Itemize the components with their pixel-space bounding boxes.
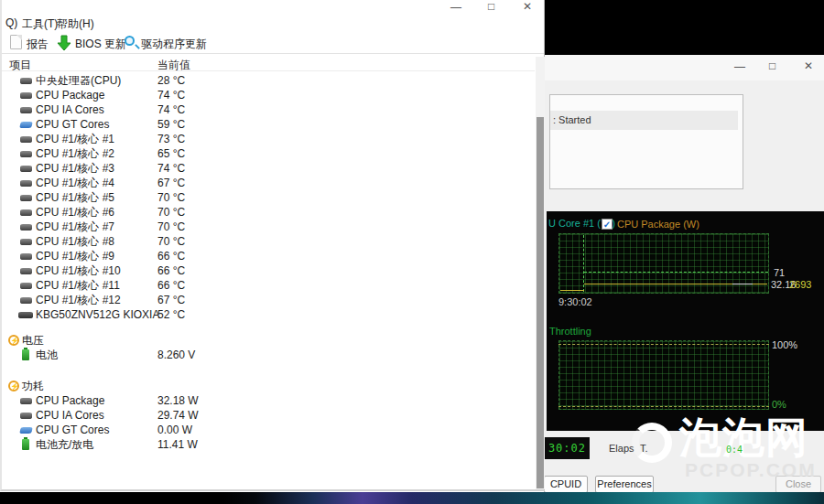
cpu-icon [20, 283, 32, 289]
cpu-icon [20, 268, 32, 274]
row-value: 59 °C [157, 117, 185, 132]
toolbar: 报告 BIOS 更新 驱动程序更新 [2, 33, 544, 54]
report-icon [10, 35, 22, 49]
row-label: CPU #1/核心 #5 [36, 190, 114, 205]
row-label: CPU #1/核心 #6 [36, 205, 114, 220]
preferences-button[interactable]: Preferences [595, 476, 654, 493]
row-label: CPU IA Cores [36, 102, 104, 117]
minimize-icon[interactable]: — [450, 1, 461, 14]
gpu-icon [19, 427, 32, 434]
close-icon[interactable]: ✕ [804, 59, 813, 72]
table-row[interactable]: CPU IA Cores74 °C [2, 102, 535, 117]
graph1-plot-area [558, 233, 769, 294]
cpu-icon [20, 92, 32, 99]
menu-bar: Q) 工具(T) 帮助(H) [2, 15, 544, 32]
section-header[interactable]: ⚡电压 [2, 333, 535, 348]
row-value: 70 °C [157, 190, 185, 205]
table-row[interactable]: 电池充/放电11.41 W [2, 437, 535, 452]
cpu-icon [20, 151, 32, 157]
table-row[interactable]: CPU #1/核心 #374 °C [2, 161, 535, 176]
menu-item-truncated[interactable]: Q) [5, 16, 17, 29]
table-row[interactable]: CPU IA Cores29.74 W [2, 408, 535, 423]
menu-item-tools[interactable]: 工具(T) [22, 16, 58, 32]
table-row[interactable]: CPU #1/核心 #1066 °C [2, 263, 535, 278]
row-value: 67 °C [157, 293, 185, 307]
table-row[interactable]: CPU #1/核心 #467 °C [2, 176, 535, 190]
column-header-value[interactable]: 当前值 [157, 58, 190, 73]
graph1-legend-package-label: CPU Package (W) [617, 219, 699, 230]
row-label: CPU #1/核心 #4 [36, 176, 114, 190]
row-value: 66 °C [157, 249, 185, 263]
table-row[interactable]: CPU GT Cores0.00 W [2, 423, 535, 437]
row-value: 8.260 V [157, 348, 195, 362]
benchmark-titlebar[interactable] [545, 55, 824, 80]
minimize-icon[interactable]: — [734, 60, 745, 73]
row-value: 70 °C [157, 220, 185, 234]
row-label: CPU #1/核心 #10 [36, 263, 121, 278]
voltage-power-sections: ⚡电压电池8.260 V⚡功耗CPU Package32.18 WCPU IA … [2, 333, 535, 452]
maximize-icon[interactable]: □ [769, 59, 775, 72]
table-header: 项目 当前值 [2, 55, 535, 71]
row-value: 65 °C [157, 146, 185, 161]
close-button-disabled[interactable]: Close [775, 476, 821, 493]
graph1-power-line-tip [732, 284, 753, 284]
scrollbar-track[interactable] [536, 57, 545, 489]
row-value: 73 °C [157, 132, 185, 146]
row-label: CPU GT Cores [36, 117, 109, 132]
cpu-icon [20, 107, 32, 113]
benchmark-group-box [549, 94, 743, 189]
maximize-icon[interactable]: □ [488, 0, 494, 13]
row-value: 52 °C [157, 307, 185, 322]
column-header-item[interactable]: 项目 [9, 58, 31, 73]
close-icon[interactable]: ✕ [523, 0, 532, 13]
cpu-icon [20, 166, 32, 172]
row-label: CPU Package [36, 393, 104, 408]
cpu-icon [20, 413, 32, 419]
table-row[interactable]: CPU #1/核心 #670 °C [2, 205, 535, 220]
scrollbar-thumb[interactable] [537, 117, 544, 488]
section-title: 功耗 [22, 379, 44, 393]
bios-update-button[interactable]: BIOS 更新 [75, 37, 126, 52]
graph2-title: Throttling [549, 326, 591, 337]
cpu-icon [20, 297, 32, 304]
table-row[interactable]: CPU #1/核心 #1166 °C [2, 278, 535, 293]
report-button[interactable]: 报告 [27, 37, 49, 52]
lightning-icon: ⚡ [8, 381, 19, 391]
section-gap [2, 362, 535, 379]
row-value: 70 °C [157, 205, 185, 220]
cpu-icon [20, 136, 32, 143]
table-row[interactable]: 中央处理器(CPU)28 °C [2, 73, 535, 88]
row-label: CPU #1/核心 #12 [36, 293, 121, 307]
table-row[interactable]: CPU Package74 °C [2, 88, 535, 102]
table-row[interactable]: CPU #1/核心 #265 °C [2, 146, 535, 161]
desktop-wallpaper-strip [0, 492, 824, 504]
table-row[interactable]: CPU GT Cores59 °C [2, 117, 535, 132]
table-row[interactable]: CPU #1/核心 #966 °C [2, 249, 535, 263]
table-row[interactable]: CPU #1/核心 #870 °C [2, 234, 535, 249]
table-row[interactable]: CPU #1/核心 #570 °C [2, 190, 535, 205]
table-row[interactable]: CPU #1/核心 #1267 °C [2, 293, 535, 307]
background-window-dark-region [545, 0, 824, 55]
row-value: 70 °C [157, 234, 185, 249]
table-row[interactable]: CPU #1/核心 #173 °C [2, 132, 535, 146]
table-row[interactable]: KBG50ZNV512G KIOXIA52 °C [2, 307, 535, 322]
table-row[interactable]: CPU #1/核心 #770 °C [2, 220, 535, 234]
lightning-icon: ⚡ [8, 335, 19, 346]
cpu-package-checkbox[interactable]: ✓ [602, 219, 613, 230]
table-row[interactable]: 电池8.260 V [2, 348, 535, 362]
row-value: 74 °C [157, 161, 185, 176]
search-icon [125, 36, 135, 46]
row-label: CPU #1/核心 #7 [36, 220, 114, 234]
cpuid-button[interactable]: CPUID [544, 476, 588, 493]
section-header[interactable]: ⚡功耗 [2, 379, 535, 393]
graph2-0pct-line [558, 406, 769, 407]
table-row[interactable]: CPU Package32.18 W [2, 393, 535, 408]
menu-item-help[interactable]: 帮助(H) [57, 16, 94, 32]
row-value: 0.00 W [157, 423, 192, 437]
row-label: 中央处理器(CPU) [36, 73, 121, 88]
battery-icon [22, 349, 29, 360]
graph1-x-axis-time-label: 9:30:02 [558, 296, 592, 307]
row-label: CPU IA Cores [36, 408, 104, 423]
elapsed-time-lcd: 30:02 [542, 437, 590, 459]
driver-update-button[interactable]: 驱动程序更新 [141, 37, 207, 52]
